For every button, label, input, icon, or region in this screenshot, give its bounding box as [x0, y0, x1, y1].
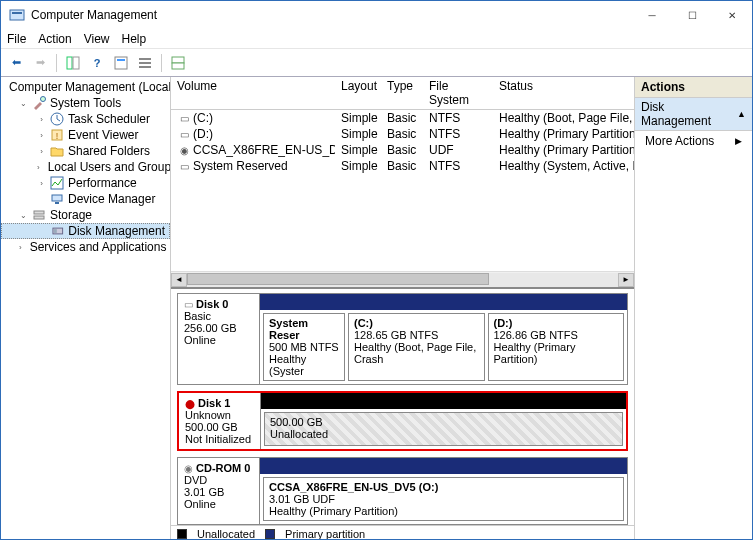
- volume-status: Healthy (System, Active, Primary Partiti…: [493, 159, 634, 173]
- back-button[interactable]: ⬅: [5, 52, 27, 74]
- part-size: 128.65 GB NTFS: [354, 329, 438, 341]
- legend-primary: Primary partition: [285, 528, 365, 539]
- svg-rect-19: [51, 177, 63, 189]
- disk1-kind: Unknown: [185, 409, 231, 421]
- col-type[interactable]: Type: [381, 77, 423, 109]
- actions-header: Actions: [635, 77, 752, 98]
- tree-label: Storage: [50, 208, 92, 222]
- disk0-partition[interactable]: System Reser500 MB NTFSHealthy (Syster: [263, 313, 345, 381]
- col-layout[interactable]: Layout: [335, 77, 381, 109]
- warning-icon: ⬤: [185, 399, 195, 409]
- volume-icon: ◉: [177, 145, 191, 156]
- volume-row[interactable]: ▭(C:)SimpleBasicNTFSHealthy (Boot, Page …: [171, 110, 634, 126]
- volume-type: Basic: [381, 159, 423, 173]
- disk0-state: Online: [184, 334, 216, 346]
- menu-action[interactable]: Action: [38, 32, 71, 46]
- maximize-button[interactable]: ☐: [672, 1, 712, 29]
- actions-more[interactable]: More Actions ▶: [635, 131, 752, 151]
- volume-layout: Simple: [335, 111, 381, 125]
- tree-event-viewer[interactable]: › ! Event Viewer: [1, 127, 170, 143]
- view-list-button[interactable]: [134, 52, 156, 74]
- part-status: Healthy (Primary Partition): [269, 505, 398, 517]
- tree-services-apps[interactable]: › Services and Applications: [1, 239, 170, 255]
- svg-rect-5: [117, 59, 125, 61]
- expand-icon[interactable]: ›: [37, 163, 40, 172]
- svg-rect-10: [172, 63, 184, 69]
- disk1-stripe: [261, 393, 626, 409]
- volume-hscroll[interactable]: ◄ ►: [171, 271, 634, 287]
- close-button[interactable]: ✕: [712, 1, 752, 29]
- properties-button[interactable]: [110, 52, 132, 74]
- menu-view[interactable]: View: [84, 32, 110, 46]
- tree-label: Shared Folders: [68, 144, 150, 158]
- tree-device-manager[interactable]: Device Manager: [1, 191, 170, 207]
- actions-disk-management[interactable]: Disk Management ▲: [635, 98, 752, 131]
- svg-point-13: [41, 97, 46, 102]
- svg-rect-6: [139, 58, 151, 60]
- menubar: File Action View Help: [1, 29, 752, 49]
- part-size: 500 MB NTFS: [269, 341, 339, 353]
- volume-fs: UDF: [423, 143, 493, 157]
- disk0-partition[interactable]: (C:)128.65 GB NTFSHealthy (Boot, Page Fi…: [348, 313, 485, 381]
- tree-shared-folders[interactable]: › Shared Folders: [1, 143, 170, 159]
- help-button[interactable]: ?: [86, 52, 108, 74]
- disk0-kind: Basic: [184, 310, 211, 322]
- part-status: Healthy (Primary Partition): [494, 341, 576, 365]
- cdrom-partition[interactable]: CCSA_X86FRE_EN-US_DV5 (O:) 3.01 GB UDF H…: [263, 477, 624, 521]
- volume-type: Basic: [381, 143, 423, 157]
- collapse-icon: ▲: [737, 109, 746, 119]
- disk1-state: Not Initialized: [185, 433, 251, 445]
- minimize-button[interactable]: ─: [632, 1, 672, 29]
- disk0-info: ▭ Disk 0 Basic 256.00 GB Online: [178, 294, 260, 384]
- tree-storage[interactable]: ⌄ Storage: [1, 207, 170, 223]
- expand-icon[interactable]: ›: [37, 131, 46, 140]
- tree-performance[interactable]: › Performance: [1, 175, 170, 191]
- disk-row-disk1[interactable]: ⬤ Disk 1 Unknown 500.00 GB Not Initializ…: [177, 391, 628, 451]
- collapse-icon[interactable]: ⌄: [19, 99, 28, 108]
- disk1-unallocated[interactable]: 500.00 GB Unallocated: [264, 412, 623, 446]
- tools-icon: [32, 96, 46, 110]
- part-status: Healthy (Boot, Page File, Crash: [354, 341, 476, 365]
- show-hide-tree-button[interactable]: [62, 52, 84, 74]
- performance-icon: [50, 176, 64, 190]
- scroll-right-icon[interactable]: ►: [618, 273, 634, 287]
- volume-type: Basic: [381, 127, 423, 141]
- tree-disk-management[interactable]: Disk Management: [1, 223, 170, 239]
- volume-fs: NTFS: [423, 127, 493, 141]
- expand-icon[interactable]: ›: [37, 179, 46, 188]
- part-size: 126.86 GB NTFS: [494, 329, 578, 341]
- col-filesystem[interactable]: File System: [423, 77, 493, 109]
- cdrom-info: ◉ CD-ROM 0 DVD 3.01 GB Online: [178, 458, 260, 524]
- col-status[interactable]: Status: [493, 77, 634, 109]
- svg-rect-4: [115, 57, 127, 69]
- tree-label: Event Viewer: [68, 128, 138, 142]
- disk0-partition[interactable]: (D:)126.86 GB NTFSHealthy (Primary Parti…: [488, 313, 625, 381]
- tree-local-users[interactable]: › Local Users and Groups: [1, 159, 170, 175]
- volume-row[interactable]: ▭System ReservedSimpleBasicNTFSHealthy (…: [171, 158, 634, 174]
- app-icon: [9, 7, 25, 23]
- tree-system-tools[interactable]: ⌄ System Tools: [1, 95, 170, 111]
- expand-icon[interactable]: ›: [37, 115, 46, 124]
- tree-root[interactable]: Computer Management (Local: [1, 79, 170, 95]
- volume-name: (C:): [193, 111, 213, 125]
- expand-icon[interactable]: ›: [19, 243, 22, 252]
- disk-row-cdrom0[interactable]: ◉ CD-ROM 0 DVD 3.01 GB Online CCSA_X86FR…: [177, 457, 628, 525]
- part-name: CCSA_X86FRE_EN-US_DV5 (O:): [269, 481, 438, 493]
- menu-file[interactable]: File: [7, 32, 26, 46]
- refresh-button[interactable]: [167, 52, 189, 74]
- expand-icon[interactable]: ›: [37, 147, 46, 156]
- cdrom-stripe: [260, 458, 627, 474]
- scroll-left-icon[interactable]: ◄: [171, 273, 187, 287]
- volume-icon: ▭: [177, 113, 191, 124]
- tree-label: Disk Management: [68, 224, 165, 238]
- scroll-thumb[interactable]: [187, 273, 489, 285]
- tree-task-scheduler[interactable]: › Task Scheduler: [1, 111, 170, 127]
- col-volume[interactable]: Volume: [171, 77, 335, 109]
- disk-row-disk0[interactable]: ▭ Disk 0 Basic 256.00 GB Online System R…: [177, 293, 628, 385]
- forward-button[interactable]: ➡: [29, 52, 51, 74]
- volume-name: (D:): [193, 127, 213, 141]
- menu-help[interactable]: Help: [122, 32, 147, 46]
- volume-row[interactable]: ▭(D:)SimpleBasicNTFSHealthy (Primary Par…: [171, 126, 634, 142]
- volume-row[interactable]: ◉CCSA_X86FRE_EN-US_DV5 (O:)SimpleBasicUD…: [171, 142, 634, 158]
- collapse-icon[interactable]: ⌄: [19, 211, 28, 220]
